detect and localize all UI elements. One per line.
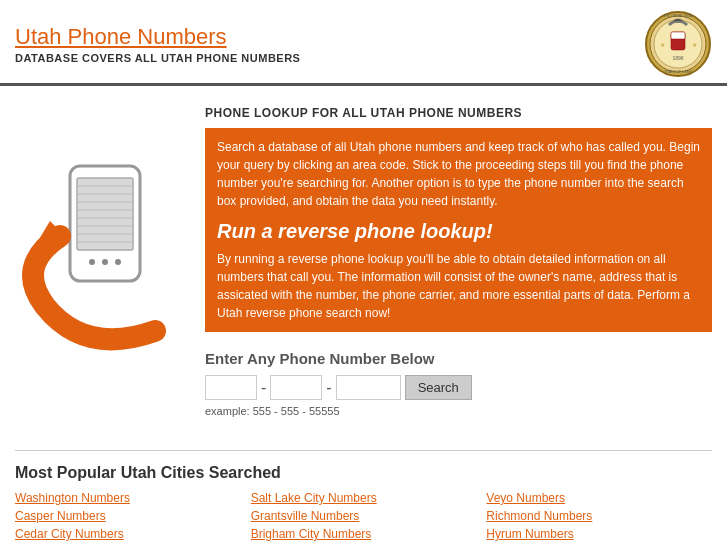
svg-text:1896: 1896 (672, 55, 683, 61)
header-left: Utah Phone Numbers DATABASE COVERS ALL U… (15, 24, 300, 64)
prefix-input[interactable] (270, 375, 322, 400)
popular-title: Most Popular Utah Cities Searched (15, 464, 712, 482)
city-link[interactable]: Salt Lake City Numbers (251, 491, 377, 505)
area-code-input[interactable] (205, 375, 257, 400)
svg-text:★: ★ (692, 42, 697, 48)
city-link[interactable]: Brigham City Numbers (251, 527, 372, 541)
reverse-desc-text: By running a reverse phone lookup you'll… (217, 252, 690, 320)
site-subtitle: DATABASE COVERS ALL UTAH PHONE NUMBERS (15, 52, 300, 64)
list-item: Cedar City Numbers (15, 526, 241, 541)
orange-info-box: Search a database of all Utah phone numb… (205, 128, 712, 332)
search-button[interactable]: Search (405, 375, 472, 400)
list-item: Salt Lake City Numbers (251, 490, 477, 505)
city-link[interactable]: Washington Numbers (15, 491, 130, 505)
phone-illustration-area (0, 96, 200, 435)
list-item: Casper Numbers (15, 508, 241, 523)
site-title: Utah Phone Numbers (15, 24, 300, 50)
list-item: Hyrum Numbers (486, 526, 712, 541)
svg-text:STATE OF UTAH: STATE OF UTAH (665, 70, 692, 74)
list-item: Brigham City Numbers (251, 526, 477, 541)
svg-point-21 (102, 259, 108, 265)
example-text: example: 555 - 555 - 55555 (205, 405, 712, 417)
enter-number-label: Enter Any Phone Number Below (205, 350, 712, 367)
svg-text:★: ★ (660, 42, 665, 48)
city-link[interactable]: Cedar City Numbers (15, 527, 124, 541)
svg-point-22 (115, 259, 121, 265)
popular-cities-section: Most Popular Utah Cities Searched Washin… (0, 456, 727, 545)
section-divider (15, 450, 712, 451)
site-title-link[interactable]: Utah Phone Numbers (15, 24, 227, 49)
cities-grid: Washington NumbersSalt Lake City Numbers… (15, 490, 712, 545)
line-input[interactable] (336, 375, 401, 400)
city-link[interactable]: Richmond Numbers (486, 509, 592, 523)
reverse-lookup-title: Run a reverse phone lookup! (217, 216, 700, 246)
lookup-title: PHONE LOOKUP FOR ALL UTAH PHONE NUMBERS (205, 106, 712, 120)
svg-rect-11 (77, 178, 133, 250)
phone-inputs-row: - - Search (205, 375, 712, 400)
dash-2: - (326, 379, 331, 397)
city-link[interactable]: Grantsville Numbers (251, 509, 360, 523)
svg-point-20 (89, 259, 95, 265)
list-item: Richmond Numbers (486, 508, 712, 523)
city-link[interactable]: Casper Numbers (15, 509, 106, 523)
svg-text:THE GREAT SEAL: THE GREAT SEAL (663, 14, 693, 18)
header: Utah Phone Numbers DATABASE COVERS ALL U… (0, 0, 727, 86)
svg-rect-4 (671, 32, 685, 39)
utah-seal-icon: 1896 THE GREAT SEAL STATE OF UTAH ★ ★ (644, 10, 712, 78)
dash-1: - (261, 379, 266, 397)
list-item: Washington Numbers (15, 490, 241, 505)
list-item: Grantsville Numbers (251, 508, 477, 523)
phone-arrow-illustration (5, 156, 195, 376)
list-item: Veyo Numbers (486, 490, 712, 505)
city-link[interactable]: Veyo Numbers (486, 491, 565, 505)
city-link[interactable]: Hyrum Numbers (486, 527, 573, 541)
phone-form-section: Enter Any Phone Number Below - - Search … (205, 342, 712, 425)
main-content: PHONE LOOKUP FOR ALL UTAH PHONE NUMBERS … (0, 86, 727, 445)
description-text: Search a database of all Utah phone numb… (217, 140, 700, 208)
info-area: PHONE LOOKUP FOR ALL UTAH PHONE NUMBERS … (200, 96, 727, 435)
